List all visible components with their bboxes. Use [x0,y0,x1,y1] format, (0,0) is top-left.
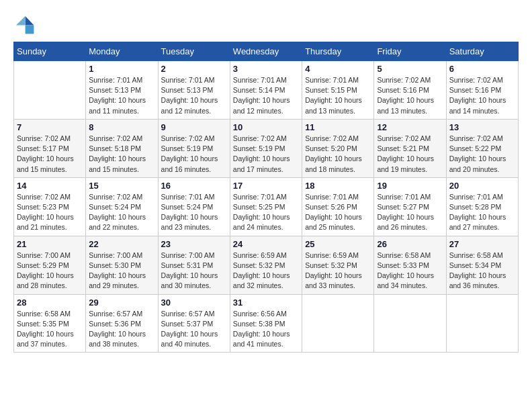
day-number: 7 [17,122,83,132]
col-thursday: Thursday [302,42,374,61]
calendar-header: Sunday Monday Tuesday Wednesday Thursday… [14,42,519,61]
day-info: Sunrise: 6:57 AMSunset: 5:37 PMDaylight:… [161,309,227,350]
day-number: 8 [89,122,154,132]
calendar-cell: 17Sunrise: 7:01 AMSunset: 5:25 PMDayligh… [230,177,302,236]
day-number: 5 [377,64,443,74]
page-header [13,13,519,35]
calendar-cell: 26Sunrise: 6:58 AMSunset: 5:33 PMDayligh… [374,236,446,294]
calendar-cell: 27Sunrise: 6:58 AMSunset: 5:34 PMDayligh… [446,236,518,294]
day-info: Sunrise: 6:56 AMSunset: 5:38 PMDaylight:… [233,309,299,350]
col-tuesday: Tuesday [158,42,230,61]
day-info: Sunrise: 7:00 AMSunset: 5:30 PMDaylight:… [89,250,154,291]
day-info: Sunrise: 7:02 AMSunset: 5:24 PMDaylight:… [89,192,154,233]
day-number: 25 [305,239,371,249]
calendar-cell: 30Sunrise: 6:57 AMSunset: 5:37 PMDayligh… [158,294,230,353]
col-friday: Friday [374,42,446,61]
calendar-cell: 31Sunrise: 6:56 AMSunset: 5:38 PMDayligh… [230,294,302,353]
logo [13,13,38,35]
calendar-cell [14,61,86,120]
calendar-body: 1Sunrise: 7:01 AMSunset: 5:13 PMDaylight… [14,61,519,353]
day-info: Sunrise: 6:59 AMSunset: 5:32 PMDaylight:… [305,250,371,291]
day-info: Sunrise: 7:01 AMSunset: 5:13 PMDaylight:… [89,75,154,116]
day-number: 18 [305,181,371,191]
col-saturday: Saturday [446,42,518,61]
svg-marker-1 [26,26,34,34]
day-info: Sunrise: 7:01 AMSunset: 5:15 PMDaylight:… [305,75,371,116]
day-info: Sunrise: 7:01 AMSunset: 5:24 PMDaylight:… [161,192,227,233]
day-info: Sunrise: 7:02 AMSunset: 5:19 PMDaylight:… [233,134,299,175]
calendar-cell: 8Sunrise: 7:02 AMSunset: 5:18 PMDaylight… [86,119,158,177]
day-info: Sunrise: 7:02 AMSunset: 5:18 PMDaylight:… [89,134,154,175]
calendar-week-row: 14Sunrise: 7:02 AMSunset: 5:23 PMDayligh… [14,177,519,236]
day-number: 9 [161,122,227,132]
calendar-table: Sunday Monday Tuesday Wednesday Thursday… [13,42,519,353]
calendar-cell: 13Sunrise: 7:02 AMSunset: 5:22 PMDayligh… [446,119,518,177]
day-info: Sunrise: 7:00 AMSunset: 5:29 PMDaylight:… [17,250,83,291]
day-number: 6 [449,64,515,74]
calendar-cell: 14Sunrise: 7:02 AMSunset: 5:23 PMDayligh… [14,177,86,236]
calendar-cell: 18Sunrise: 7:01 AMSunset: 5:26 PMDayligh… [302,177,374,236]
day-info: Sunrise: 7:02 AMSunset: 5:20 PMDaylight:… [305,134,371,175]
calendar-cell: 9Sunrise: 7:02 AMSunset: 5:19 PMDaylight… [158,119,230,177]
calendar-cell [374,294,446,353]
day-info: Sunrise: 7:01 AMSunset: 5:14 PMDaylight:… [233,75,299,116]
day-number: 19 [377,181,443,191]
day-number: 31 [233,298,299,308]
day-info: Sunrise: 7:01 AMSunset: 5:27 PMDaylight:… [377,192,443,233]
calendar-week-row: 28Sunrise: 6:58 AMSunset: 5:35 PMDayligh… [14,294,519,353]
day-info: Sunrise: 7:02 AMSunset: 5:23 PMDaylight:… [17,192,83,233]
calendar-week-row: 7Sunrise: 7:02 AMSunset: 5:17 PMDaylight… [14,119,519,177]
calendar-cell: 10Sunrise: 7:02 AMSunset: 5:19 PMDayligh… [230,119,302,177]
calendar-cell [302,294,374,353]
day-number: 16 [161,181,227,191]
day-number: 21 [17,239,83,249]
calendar-cell: 4Sunrise: 7:01 AMSunset: 5:15 PMDaylight… [302,61,374,120]
day-number: 10 [233,122,299,132]
day-info: Sunrise: 7:02 AMSunset: 5:16 PMDaylight:… [377,75,443,116]
calendar-cell: 1Sunrise: 7:01 AMSunset: 5:13 PMDaylight… [86,61,158,120]
day-info: Sunrise: 6:58 AMSunset: 5:35 PMDaylight:… [17,309,83,350]
header-row: Sunday Monday Tuesday Wednesday Thursday… [14,42,519,61]
day-number: 29 [89,298,154,308]
day-info: Sunrise: 6:58 AMSunset: 5:33 PMDaylight:… [377,250,443,291]
calendar-cell: 29Sunrise: 6:57 AMSunset: 5:36 PMDayligh… [86,294,158,353]
svg-marker-0 [26,16,34,26]
day-info: Sunrise: 7:01 AMSunset: 5:28 PMDaylight:… [449,192,515,233]
day-number: 26 [377,239,443,249]
calendar-cell: 3Sunrise: 7:01 AMSunset: 5:14 PMDaylight… [230,61,302,120]
calendar-cell: 22Sunrise: 7:00 AMSunset: 5:30 PMDayligh… [86,236,158,294]
day-info: Sunrise: 6:59 AMSunset: 5:32 PMDaylight:… [233,250,299,291]
calendar-cell: 19Sunrise: 7:01 AMSunset: 5:27 PMDayligh… [374,177,446,236]
col-wednesday: Wednesday [230,42,302,61]
day-number: 30 [161,298,227,308]
calendar-cell [446,294,518,353]
day-info: Sunrise: 7:00 AMSunset: 5:31 PMDaylight:… [161,250,227,291]
svg-marker-2 [16,16,26,26]
calendar-cell: 6Sunrise: 7:02 AMSunset: 5:16 PMDaylight… [446,61,518,120]
day-number: 28 [17,298,83,308]
day-info: Sunrise: 7:01 AMSunset: 5:13 PMDaylight:… [161,75,227,116]
day-number: 15 [89,181,154,191]
day-info: Sunrise: 7:02 AMSunset: 5:16 PMDaylight:… [449,75,515,116]
calendar-cell: 5Sunrise: 7:02 AMSunset: 5:16 PMDaylight… [374,61,446,120]
day-info: Sunrise: 7:02 AMSunset: 5:21 PMDaylight:… [377,134,443,175]
day-number: 1 [89,64,154,74]
day-number: 20 [449,181,515,191]
day-number: 2 [161,64,227,74]
day-number: 12 [377,122,443,132]
day-number: 27 [449,239,515,249]
calendar-cell: 15Sunrise: 7:02 AMSunset: 5:24 PMDayligh… [86,177,158,236]
calendar-cell: 7Sunrise: 7:02 AMSunset: 5:17 PMDaylight… [14,119,86,177]
calendar-week-row: 1Sunrise: 7:01 AMSunset: 5:13 PMDaylight… [14,61,519,120]
calendar-cell: 24Sunrise: 6:59 AMSunset: 5:32 PMDayligh… [230,236,302,294]
day-number: 22 [89,239,154,249]
logo-icon [13,13,35,35]
day-number: 3 [233,64,299,74]
calendar-cell: 25Sunrise: 6:59 AMSunset: 5:32 PMDayligh… [302,236,374,294]
col-monday: Monday [86,42,158,61]
day-info: Sunrise: 7:01 AMSunset: 5:26 PMDaylight:… [305,192,371,233]
day-number: 11 [305,122,371,132]
col-sunday: Sunday [14,42,86,61]
calendar-week-row: 21Sunrise: 7:00 AMSunset: 5:29 PMDayligh… [14,236,519,294]
day-info: Sunrise: 7:02 AMSunset: 5:22 PMDaylight:… [449,134,515,175]
